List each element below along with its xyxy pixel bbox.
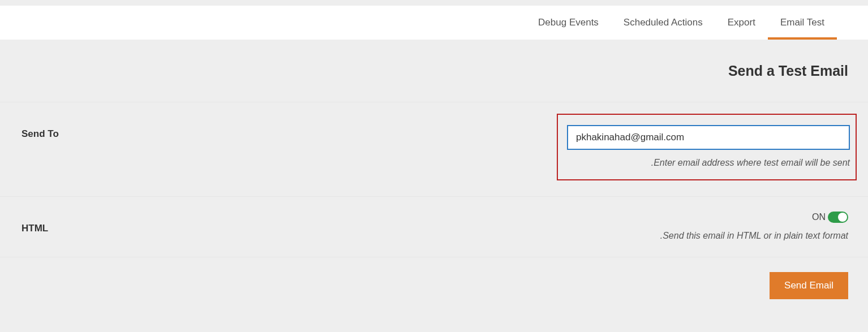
row-send-to: Send To Enter email address where test e… <box>0 102 868 196</box>
top-nav: Debug Events Scheduled Actions Export Em… <box>0 0 868 40</box>
tab-export[interactable]: Export <box>715 6 768 40</box>
send-to-label: Send To <box>22 114 293 140</box>
row-html: HTML ON Send this email in HTML or in pl… <box>0 196 868 257</box>
send-to-input[interactable] <box>567 125 850 150</box>
html-toggle[interactable] <box>828 212 848 223</box>
send-to-highlight: Enter email address where test email wil… <box>557 114 857 180</box>
footer: Send Email <box>0 257 868 311</box>
html-help: Send this email in HTML or in plain text… <box>660 231 848 241</box>
page-title-area: Send a Test Email <box>0 40 868 102</box>
send-to-help: Enter email address where test email wil… <box>651 158 850 168</box>
tab-debug-events[interactable]: Debug Events <box>526 6 611 40</box>
tab-scheduled-actions[interactable]: Scheduled Actions <box>611 6 715 40</box>
tab-email-test[interactable]: Email Test <box>768 6 837 40</box>
send-email-button[interactable]: Send Email <box>770 272 848 299</box>
page-title: Send a Test Email <box>728 63 848 79</box>
html-toggle-state: ON <box>812 212 826 222</box>
html-label: HTML <box>22 208 293 234</box>
